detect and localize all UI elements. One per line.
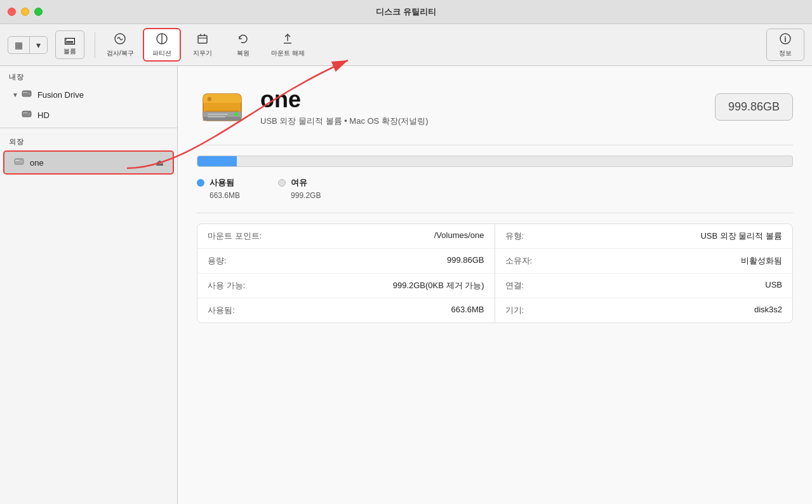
used-key: 사용됨:: [208, 305, 235, 316]
svg-text:i: i: [784, 35, 786, 44]
free-dot-row: 여유: [278, 177, 321, 189]
main-layout: 내장 ▼ Fusion Drive HD: [0, 66, 812, 504]
scan-button[interactable]: 검사/복구: [100, 29, 140, 60]
storage-bar: [197, 156, 793, 167]
eject-button[interactable]: ⏏: [156, 157, 164, 168]
used-legend-value: 663.6MB: [210, 191, 240, 200]
sidebar: 내장 ▼ Fusion Drive HD: [0, 66, 178, 504]
device-val: disk3s2: [754, 305, 782, 316]
mount-point-val: /Volumes/one: [434, 230, 484, 242]
used-legend-label: 사용됨: [210, 177, 234, 189]
available-key: 사용 가능:: [208, 280, 245, 291]
free-dot: [278, 179, 286, 187]
sidebar-item-fusion-drive[interactable]: ▼ Fusion Drive: [3, 85, 174, 104]
view-group: ▦ ▾: [8, 36, 48, 54]
type-val: USB 외장 물리적 볼륨: [700, 230, 782, 242]
info-col-left: 마운트 포인트: /Volumes/one 용량: 999.86GB 사용 가능…: [197, 224, 495, 322]
owner-row: 소유자: 비활성화됨: [495, 249, 793, 274]
svg-rect-15: [15, 160, 20, 161]
toolbar-separator-1: [95, 32, 95, 58]
used-val: 663.6MB: [451, 305, 484, 316]
mount-point-row: 마운트 포인트: /Volumes/one: [197, 224, 495, 249]
one-drive-icon: [13, 156, 25, 169]
title-bar: 디스크 유틸리티: [0, 0, 812, 24]
capacity-row: 용량: 999.86GB: [197, 249, 495, 274]
volume-group-button[interactable]: 🖴 볼륨: [55, 30, 84, 59]
owner-val: 비활성화됨: [741, 255, 782, 267]
divider-2: [197, 213, 793, 213]
type-key: 유형:: [505, 230, 524, 242]
capacity-val: 999.86GB: [447, 255, 484, 267]
used-dot: [197, 179, 204, 187]
disclosure-icon: ▼: [12, 91, 18, 98]
window-title: 디스크 유틸리티: [376, 6, 436, 18]
owner-key: 소유자:: [505, 255, 533, 267]
content-area: one USB 외장 물리적 볼륨 • Mac OS 확장(저널링) 999.8…: [178, 66, 812, 504]
restore-button[interactable]: 복원: [224, 29, 262, 60]
device-row: 기기: disk3s2: [495, 298, 793, 322]
toolbar: ▦ ▾ 🖴 볼륨 검사/복구 파티션: [0, 24, 812, 66]
free-legend: 여유 999.2GB: [278, 177, 321, 200]
used-row: 사용됨: 663.6MB: [197, 298, 495, 322]
restore-icon: [236, 32, 250, 48]
one-label: one: [30, 158, 44, 168]
window-controls: [8, 8, 43, 16]
volume-icon: 🖴: [64, 34, 76, 47]
drive-name: one: [260, 86, 715, 113]
divider-1: [197, 145, 793, 145]
sidebar-item-one[interactable]: one ⏏: [3, 150, 174, 175]
restore-label: 복원: [237, 49, 250, 58]
sidebar-item-hd[interactable]: HD: [3, 105, 174, 124]
type-row: 유형: USB 외장 물리적 볼륨: [495, 224, 793, 249]
hd-label: HD: [37, 110, 50, 120]
svg-point-11: [29, 114, 30, 115]
svg-rect-20: [203, 117, 241, 121]
view-toggle-button[interactable]: ▦: [8, 37, 30, 53]
drive-description: USB 외장 물리적 볼륨 • Mac OS 확장(저널링): [260, 116, 715, 127]
volume-label: 볼륨: [63, 47, 76, 56]
capacity-key: 용량:: [208, 255, 227, 267]
info-label: 정보: [779, 49, 792, 58]
scan-icon: [113, 32, 127, 48]
storage-bar-used: [197, 156, 237, 166]
view-icon: ▦: [15, 40, 23, 50]
fusion-drive-icon: [21, 88, 32, 102]
minimize-button[interactable]: [21, 8, 29, 16]
sidebar-divider: [0, 128, 177, 128]
unmount-button[interactable]: 마운트 해제: [265, 29, 311, 60]
drive-icon: [197, 81, 248, 132]
info-button[interactable]: i 정보: [766, 29, 804, 61]
svg-point-14: [21, 161, 22, 162]
erase-button[interactable]: 지우기: [183, 29, 222, 60]
partition-button[interactable]: 파티션: [143, 28, 181, 62]
drive-size: 999.86GB: [715, 93, 793, 121]
free-legend-label: 여유: [291, 177, 307, 189]
view-dropdown-button[interactable]: ▾: [30, 37, 47, 53]
erase-icon: [196, 32, 210, 48]
unmount-icon: [281, 32, 295, 48]
used-dot-row: 사용됨: [197, 177, 240, 189]
partition-icon: [155, 32, 169, 48]
external-section-label: 외장: [0, 131, 177, 149]
svg-rect-12: [23, 112, 27, 114]
close-button[interactable]: [8, 8, 16, 16]
available-val: 999.2GB(0KB 제거 가능): [393, 280, 484, 291]
info-col-right: 유형: USB 외장 물리적 볼륨 소유자: 비활성화됨 연결: USB 기기:…: [495, 224, 793, 322]
erase-label: 지우기: [193, 49, 212, 58]
connection-key: 연결:: [505, 280, 524, 291]
unmount-label: 마운트 해제: [271, 49, 305, 58]
free-legend-value: 999.2GB: [291, 191, 321, 200]
partition-label: 파티션: [152, 49, 171, 58]
drive-header: one USB 외장 물리적 볼륨 • Mac OS 확장(저널링) 999.8…: [197, 81, 793, 132]
fusion-drive-label: Fusion Drive: [37, 90, 84, 100]
scan-label: 검사/복구: [107, 49, 134, 58]
maximize-button[interactable]: [34, 8, 43, 16]
device-key: 기기:: [505, 305, 524, 316]
svg-rect-3: [198, 36, 207, 43]
used-legend: 사용됨 663.6MB: [197, 177, 240, 200]
available-row: 사용 가능: 999.2GB(0KB 제거 가능): [197, 274, 495, 298]
svg-point-8: [29, 93, 30, 95]
mount-point-key: 마운트 포인트:: [208, 230, 262, 242]
svg-rect-9: [23, 92, 27, 93]
hd-icon: [21, 108, 32, 122]
